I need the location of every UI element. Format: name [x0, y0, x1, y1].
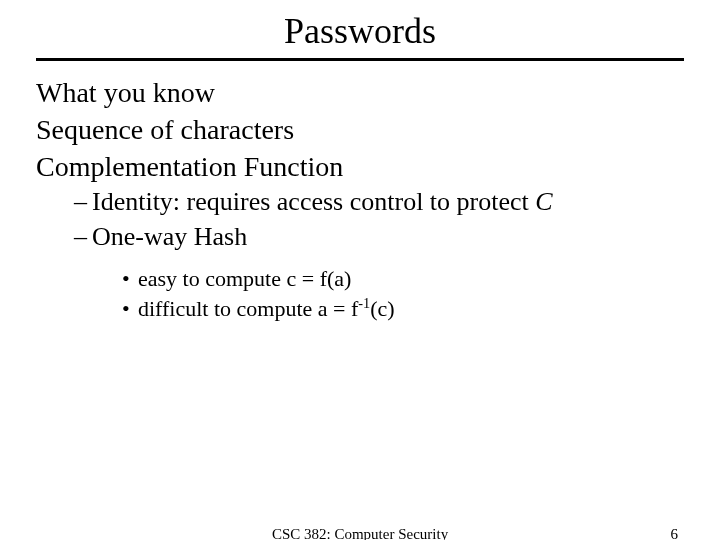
bullet-icon: • — [122, 265, 138, 293]
bullet-lvl1: Sequence of characters — [36, 112, 684, 147]
bullet-lvl3: •easy to compute c = f(a) — [122, 265, 684, 293]
bullet-lvl2: –Identity: requires access control to pr… — [74, 186, 684, 219]
footer-page: 6 — [671, 526, 679, 540]
bullet-lvl2: –One-way Hash — [74, 221, 684, 254]
lvl2-text: Identity: requires access control to pro… — [92, 187, 535, 216]
dash-icon: – — [74, 221, 92, 254]
bullet-lvl1: What you know — [36, 75, 684, 110]
slide-title: Passwords — [0, 10, 720, 52]
lvl3-sup: -1 — [358, 294, 370, 310]
lvl3-text: easy to compute c = f(a) — [138, 266, 351, 291]
footer-course: CSC 382: Computer Security — [0, 526, 720, 540]
lvl3-text: difficult to compute a = f — [138, 296, 358, 321]
lvl2-italic: C — [535, 187, 552, 216]
bullet-lvl1: Complementation Function — [36, 149, 684, 184]
slide-body: What you know Sequence of characters Com… — [36, 75, 684, 322]
bullet-icon: • — [122, 295, 138, 323]
bullet-lvl3: •difficult to compute a = f-1(c) — [122, 295, 684, 323]
dash-icon: – — [74, 186, 92, 219]
lvl3-text: (c) — [370, 296, 394, 321]
lvl2-text: One-way Hash — [92, 222, 247, 251]
spacer — [36, 255, 684, 263]
title-rule — [36, 58, 684, 61]
slide: Passwords What you know Sequence of char… — [0, 10, 720, 540]
